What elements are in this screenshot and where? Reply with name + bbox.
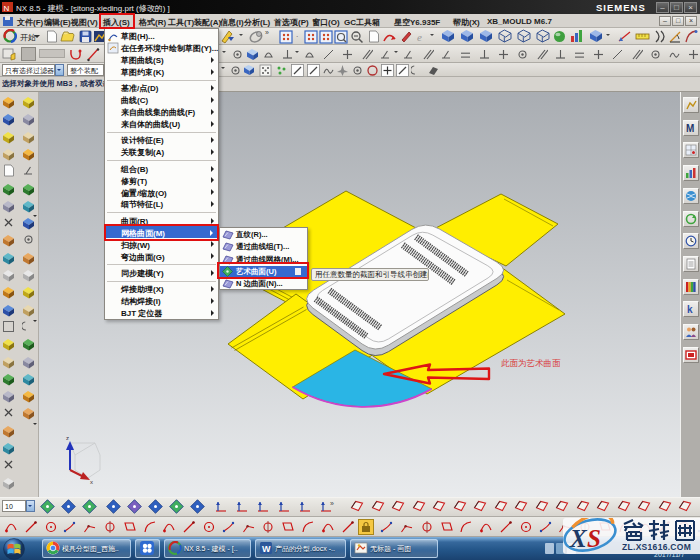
svg-text:X: X (569, 525, 588, 552)
svg-text:e: e (417, 31, 422, 43)
svg-text:k: k (687, 304, 693, 315)
svg-text:N: N (4, 4, 10, 13)
svg-text:M: M (686, 123, 694, 134)
svg-text:W: W (262, 544, 271, 554)
svg-text:S: S (587, 525, 601, 552)
